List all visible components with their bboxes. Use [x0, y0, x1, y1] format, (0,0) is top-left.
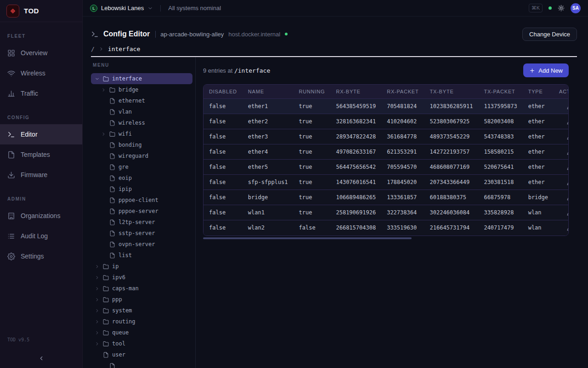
table-row[interactable]: false ether4 true 497082633167 621353291… [204, 144, 569, 160]
breadcrumb-root[interactable]: / [91, 46, 95, 52]
tree-item-wireless[interactable]: wireless [91, 117, 192, 128]
page-header: Config Editor ap-arcade-bowling-alley ho… [91, 28, 577, 40]
add-new-button[interactable]: Add New [523, 63, 569, 77]
table-horizontal-scrollbar[interactable] [203, 237, 569, 239]
tree-item-queue[interactable]: queue [91, 327, 192, 338]
tree-item-user[interactable]: user [91, 349, 192, 360]
column-header-running[interactable]: RUNNING [294, 85, 331, 99]
column-header-tx-packet[interactable]: TX-PACKET [478, 85, 522, 99]
tree-item-gre[interactable]: gre [91, 161, 192, 172]
tree-item-caps-man[interactable]: caps-man [91, 283, 192, 294]
tree-item-routing[interactable]: routing [91, 316, 192, 327]
tree-item-wifi[interactable]: wifi [91, 128, 192, 139]
tree-item-ip[interactable]: ip [91, 261, 192, 272]
edit-row-button[interactable] [567, 195, 569, 201]
tree-item-wireguard[interactable]: wireguard [91, 150, 192, 161]
edit-row-button[interactable] [567, 210, 569, 216]
table-row[interactable]: false sfp-sfpplus1 true 143076016541 178… [204, 175, 569, 190]
sidebar-item-wireless[interactable]: Wireless [0, 63, 82, 83]
chevron-right-icon[interactable] [95, 319, 100, 324]
sidebar-collapse-button[interactable] [7, 352, 75, 364]
chevron-right-icon[interactable] [95, 275, 100, 280]
sidebar-item-overview[interactable]: Overview [0, 43, 82, 63]
table-row[interactable]: false wlan1 true 258190691926 322738364 … [204, 205, 569, 220]
scrollbar-thumb[interactable] [203, 237, 412, 239]
tree-item-interface[interactable]: interface [91, 73, 192, 84]
sidebar-item-settings[interactable]: Settings [0, 246, 82, 266]
tree-item-sstp-server[interactable]: sstp-server [91, 228, 192, 239]
cell-tx-byte: 60188380375 [424, 190, 479, 205]
chevron-right-icon[interactable] [95, 286, 100, 291]
folder-icon [103, 264, 109, 270]
tree-item-bridge[interactable]: bridge [91, 84, 192, 95]
column-header-rx-byte[interactable]: RX-BYTE [330, 85, 381, 99]
edit-row-button[interactable] [567, 119, 569, 125]
table-row[interactable]: false ether2 true 328163682341 410204602… [204, 114, 569, 129]
entries-summary: 9 entries at /interface [203, 67, 270, 74]
sidebar-item-organizations[interactable]: Organizations [0, 206, 82, 226]
table-row[interactable]: false ether1 true 564385459519 705481824… [204, 99, 569, 114]
topbar: L Lebowski Lanes All systems nominal ⌘K … [83, 0, 588, 17]
column-header-name[interactable]: NAME [243, 85, 294, 99]
edit-row-button[interactable] [567, 164, 569, 170]
header-separator [155, 31, 156, 38]
command-palette-shortcut[interactable]: ⌘K [529, 4, 543, 12]
column-header-type[interactable]: TYPE [523, 85, 554, 99]
tree-item-ethernet[interactable]: ethernet [91, 95, 192, 106]
sidebar-item-audit-log[interactable]: Audit Log [0, 226, 82, 246]
sun-icon[interactable] [558, 5, 565, 12]
tree-item-tool[interactable]: tool [91, 338, 192, 349]
tree-item-system[interactable]: system [91, 305, 192, 316]
tree-item-eoip[interactable]: eoip [91, 172, 192, 184]
tree-item-label: queue [112, 329, 129, 336]
cell-rx-byte: 143076016541 [330, 175, 381, 190]
chevron-right-icon[interactable] [95, 264, 100, 269]
column-header-rx-packet[interactable]: RX-PACKET [381, 85, 424, 99]
tree-item-bonding[interactable]: bonding [91, 139, 192, 150]
user-avatar[interactable]: SA [571, 3, 581, 13]
tree-item-label: caps-man [112, 285, 139, 292]
column-header-tx-byte[interactable]: TX-BYTE [424, 85, 479, 99]
sidebar-item-firmware[interactable]: Firmware [0, 165, 82, 185]
chevron-right-icon[interactable] [101, 87, 106, 92]
edit-row-button[interactable] [567, 149, 569, 155]
table-row[interactable]: false bridge true 106689486265 133361857… [204, 190, 569, 205]
tree-item-label: routing [112, 318, 136, 325]
change-device-button[interactable]: Change Device [522, 28, 577, 41]
column-header-disabled[interactable]: DISABLED [204, 85, 243, 99]
chevron-right-icon[interactable] [95, 341, 100, 346]
cell-tx-packet: 158580215 [478, 144, 522, 160]
cell-rx-byte: 328163682341 [330, 114, 381, 129]
tree-item-list[interactable]: list [91, 250, 192, 261]
chevron-right-icon[interactable] [95, 297, 100, 302]
chevron-down-icon[interactable] [95, 76, 100, 81]
sidebar-item-traffic[interactable]: Traffic [0, 83, 82, 104]
org-switcher[interactable]: L Lebowski Lanes [90, 5, 153, 12]
table-row[interactable]: false ether5 true 564475656542 705594570… [204, 160, 569, 175]
table-row[interactable]: false ether3 true 289347822428 361684778… [204, 129, 569, 144]
terminal-icon [91, 30, 99, 38]
tree-item-ipv6[interactable]: ipv6 [91, 272, 192, 283]
tree-item-pppoe-client[interactable]: pppoe-client [91, 195, 192, 206]
table-panel: 9 entries at /interface Add New DISABLED [196, 57, 577, 368]
edit-row-button[interactable] [567, 179, 569, 185]
table-row[interactable]: false wlan2 false 266815704308 333519630… [204, 220, 569, 236]
tree-item-vlan[interactable]: vlan [91, 106, 192, 117]
tree-item-ipip[interactable]: ipip [91, 184, 192, 195]
cell-rx-packet: 621353291 [381, 144, 424, 160]
plus-icon [529, 68, 535, 74]
tree-item-partial[interactable] [91, 360, 192, 368]
folder-icon [103, 319, 109, 325]
chevron-right-icon[interactable] [95, 308, 100, 313]
chevron-right-icon[interactable] [101, 132, 106, 137]
edit-row-button[interactable] [567, 225, 569, 231]
chevron-right-icon[interactable] [95, 330, 100, 335]
sidebar-item-editor[interactable]: Editor [0, 124, 82, 144]
sidebar-item-templates[interactable]: Templates [0, 144, 82, 165]
tree-item-pppoe-server[interactable]: pppoe-server [91, 206, 192, 217]
edit-row-button[interactable] [567, 134, 569, 140]
tree-item-ovpn-server[interactable]: ovpn-server [91, 239, 192, 250]
tree-item-l2tp-server[interactable]: l2tp-server [91, 217, 192, 228]
tree-item-ppp[interactable]: ppp [91, 294, 192, 305]
edit-row-button[interactable] [567, 104, 569, 109]
